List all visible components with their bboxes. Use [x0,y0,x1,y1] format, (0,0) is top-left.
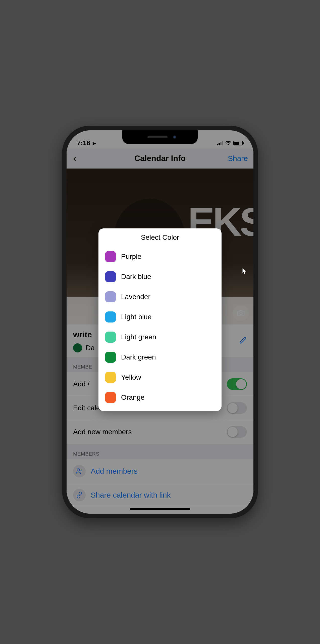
color-option-light-blue[interactable]: Light blue [98,307,222,327]
color-swatch [105,352,116,363]
screen: 7:18 ➤ ‹ Calendar Info Share EKS [67,130,253,514]
color-option-dark-blue[interactable]: Dark blue [98,267,222,287]
speaker [147,136,168,138]
color-label: Dark green [121,353,156,361]
phone-inner: 7:18 ➤ ‹ Calendar Info Share EKS [67,130,253,514]
color-swatch [105,372,116,383]
color-swatch [105,332,116,343]
color-swatch [105,311,116,323]
color-swatch [105,251,116,262]
color-swatch [105,291,116,302]
color-option-orange[interactable]: Orange [98,387,222,408]
color-label: Yellow [121,373,141,381]
phone-frame: 7:18 ➤ ‹ Calendar Info Share EKS [62,126,258,518]
front-camera [173,135,176,139]
color-option-light-green[interactable]: Light green [98,327,222,347]
modal-title: Select Color [98,233,222,242]
color-option-lavender[interactable]: Lavender [98,287,222,307]
select-color-modal: Select Color PurpleDark blueLavenderLigh… [98,228,222,411]
color-swatch [105,392,116,403]
color-label: Lavender [121,293,150,301]
color-label: Dark blue [121,273,151,281]
color-label: Light blue [121,313,151,321]
color-option-dark-green[interactable]: Dark green [98,347,222,367]
color-label: Light green [121,333,156,341]
cursor-icon [242,268,247,276]
color-swatch [105,271,116,282]
notch [122,130,198,144]
color-label: Orange [121,393,144,401]
color-label: Purple [121,253,141,261]
color-option-yellow[interactable]: Yellow [98,367,222,387]
color-option-purple[interactable]: Purple [98,247,222,267]
home-indicator[interactable] [130,508,190,510]
